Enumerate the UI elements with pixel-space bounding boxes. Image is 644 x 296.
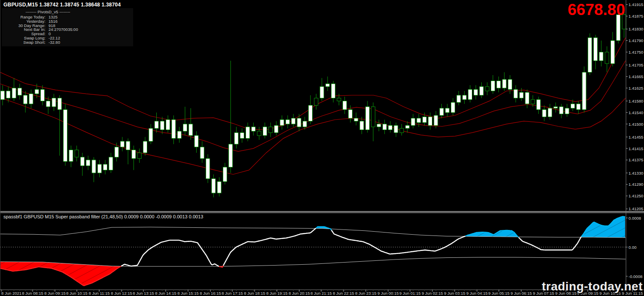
pivots-info-panel: -------- PivotsD_v5 -------- Range Today… — [2, 8, 133, 46]
pivot-row: Range Today:1325 — [2, 15, 133, 19]
indicator-label: spassbf1 GBPUSD M15 Super passband filte… — [3, 214, 203, 219]
pivot-row: Next Bar In:24:27070035:00 — [2, 27, 133, 32]
price-scale-area[interactable] — [626, 0, 644, 290]
chart-title: GBPUSD,M15 1.38742 1.38745 1.38648 1.387… — [3, 2, 121, 8]
watermark: trading-today.net — [542, 280, 643, 293]
pivot-row-label: Swap Short: — [2, 40, 46, 45]
pivots-rows: Range Today:1325Yesterday:151630 Day Ran… — [2, 15, 133, 45]
price-counter: 6678.80 — [568, 1, 625, 19]
pivot-row-value: 24:27070035:00 — [49, 27, 78, 32]
indicator-area[interactable] — [0, 213, 626, 290]
pivot-row: Spread:0 — [2, 32, 133, 36]
pivots-title: -------- PivotsD_v5 -------- — [2, 9, 94, 14]
pivot-row: Swap Short:-32.80 — [2, 40, 133, 45]
pivot-row-value: -32.80 — [49, 40, 60, 45]
pivot-row: Swap Long:-22.12 — [2, 36, 133, 40]
mt4-chart-window: 1.419151.418751.418301.417901.417501.417… — [0, 0, 644, 296]
